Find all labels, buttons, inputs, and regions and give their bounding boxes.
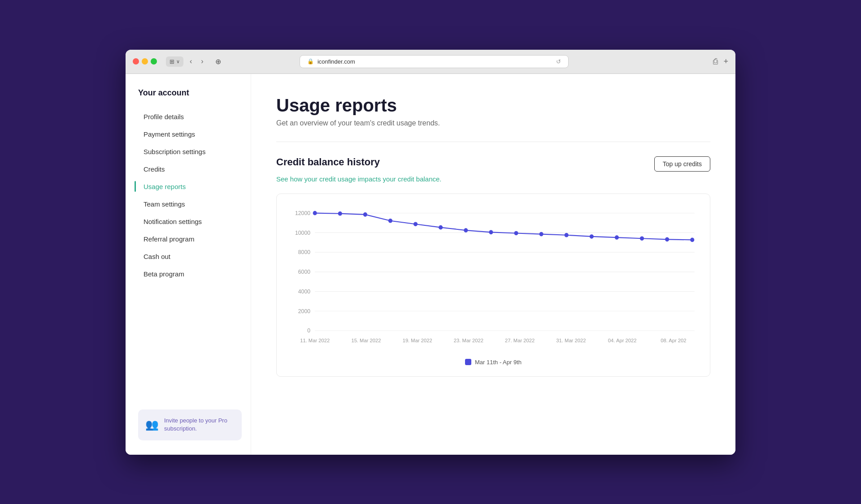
browser-chrome: ⊞ ∨ ‹ › ⊕ 🔒 iconfinder.com ↺ ⎙ + xyxy=(126,50,735,74)
address-bar[interactable]: 🔒 iconfinder.com ↺ xyxy=(300,55,569,68)
nav-item-subscription: Subscription settings xyxy=(138,143,242,160)
nav-link-credits[interactable]: Credits xyxy=(138,161,242,177)
nav-list: Profile details Payment settings Subscri… xyxy=(138,108,242,399)
forward-button[interactable]: › xyxy=(198,56,206,66)
url-text: iconfinder.com xyxy=(317,58,355,65)
nav-item-cash-out: Cash out xyxy=(138,248,242,265)
back-button[interactable]: ‹ xyxy=(187,56,195,66)
svg-point-27 xyxy=(640,236,644,240)
chart-area: 12000 10000 8000 6000 4000 2000 0 xyxy=(287,208,699,352)
svg-text:31. Mar 2022: 31. Mar 2022 xyxy=(556,337,586,343)
browser-actions: ⎙ + xyxy=(713,57,728,66)
nav-link-team[interactable]: Team settings xyxy=(138,196,242,212)
svg-point-19 xyxy=(439,225,443,229)
nav-link-notifications[interactable]: Notification settings xyxy=(138,213,242,230)
legend-label: Mar 11th - Apr 9th xyxy=(475,359,522,366)
chart-legend: Mar 11th - Apr 9th xyxy=(287,359,699,366)
page-title: Usage reports xyxy=(276,95,710,116)
invite-icon: 👥 xyxy=(145,418,159,431)
svg-text:12000: 12000 xyxy=(295,210,310,216)
svg-point-24 xyxy=(565,233,568,237)
sidebar: Your account Profile details Payment set… xyxy=(126,74,251,455)
invite-card[interactable]: 👥 Invite people to your Pro subscription… xyxy=(138,409,242,440)
svg-point-16 xyxy=(363,212,367,216)
svg-text:11. Mar 2022: 11. Mar 2022 xyxy=(300,337,330,343)
svg-point-28 xyxy=(665,237,669,241)
svg-text:19. Mar 2022: 19. Mar 2022 xyxy=(403,337,432,343)
chart-svg: 12000 10000 8000 6000 4000 2000 0 xyxy=(287,208,699,352)
svg-text:27. Mar 2022: 27. Mar 2022 xyxy=(505,337,535,343)
svg-text:04. Apr 2022: 04. Apr 2022 xyxy=(608,337,637,343)
invite-text: Invite people to your Pro subscription. xyxy=(164,417,235,433)
maximize-button[interactable] xyxy=(151,58,157,65)
add-tab-button[interactable]: + xyxy=(723,57,728,66)
section-header: Credit balance history Top up credits xyxy=(276,156,710,172)
svg-point-25 xyxy=(590,234,593,238)
browser-controls: ⊞ ∨ ‹ › xyxy=(166,56,206,67)
svg-point-18 xyxy=(414,222,417,226)
svg-text:4000: 4000 xyxy=(298,288,310,294)
svg-text:23. Mar 2022: 23. Mar 2022 xyxy=(454,337,483,343)
nav-item-credits: Credits xyxy=(138,161,242,177)
svg-point-21 xyxy=(489,230,493,234)
svg-text:15. Mar 2022: 15. Mar 2022 xyxy=(351,337,381,343)
svg-point-23 xyxy=(539,232,543,236)
sidebar-title: Your account xyxy=(138,88,242,98)
svg-text:6000: 6000 xyxy=(298,268,310,275)
nav-item-profile: Profile details xyxy=(138,108,242,125)
svg-point-26 xyxy=(615,235,618,239)
svg-point-29 xyxy=(691,238,694,242)
nav-item-notifications: Notification settings xyxy=(138,213,242,230)
svg-point-22 xyxy=(514,231,518,235)
divider xyxy=(276,142,710,142)
nav-item-usage-reports: Usage reports xyxy=(138,178,242,195)
svg-text:0: 0 xyxy=(307,327,310,334)
lock-icon: 🔒 xyxy=(307,58,314,65)
page-content: Usage reports Get an overview of your te… xyxy=(251,74,735,455)
nav-link-beta[interactable]: Beta program xyxy=(138,266,242,282)
svg-text:2000: 2000 xyxy=(298,308,310,314)
nav-link-subscription[interactable]: Subscription settings xyxy=(138,143,242,160)
main-content: Your account Profile details Payment set… xyxy=(126,74,735,455)
nav-link-cash-out[interactable]: Cash out xyxy=(138,248,242,265)
nav-item-beta: Beta program xyxy=(138,266,242,282)
credit-section-desc: See how your credit usage impacts your c… xyxy=(276,175,710,183)
top-up-button[interactable]: Top up credits xyxy=(654,156,710,172)
browser-window: ⊞ ∨ ‹ › ⊕ 🔒 iconfinder.com ↺ ⎙ + Your ac… xyxy=(126,50,735,455)
page-subtitle: Get an overview of your team's credit us… xyxy=(276,119,710,127)
svg-text:10000: 10000 xyxy=(295,229,310,236)
svg-point-15 xyxy=(338,211,342,215)
nav-link-referral[interactable]: Referral program xyxy=(138,231,242,247)
credit-section-title: Credit balance history xyxy=(276,156,380,168)
nav-item-team: Team settings xyxy=(138,196,242,212)
svg-point-17 xyxy=(388,219,392,223)
traffic-lights xyxy=(133,58,157,65)
legend-color xyxy=(465,359,471,365)
svg-text:08. Apr 202: 08. Apr 202 xyxy=(661,337,686,343)
reload-icon[interactable]: ↺ xyxy=(556,58,561,65)
close-button[interactable] xyxy=(133,58,139,65)
nav-item-payment: Payment settings xyxy=(138,126,242,142)
nav-link-usage-reports[interactable]: Usage reports xyxy=(138,178,242,195)
chart-container: 12000 10000 8000 6000 4000 2000 0 xyxy=(276,194,710,377)
nav-link-profile[interactable]: Profile details xyxy=(138,108,242,125)
svg-text:8000: 8000 xyxy=(298,249,310,255)
nav-link-payment[interactable]: Payment settings xyxy=(138,126,242,142)
svg-point-20 xyxy=(464,228,468,232)
nav-item-referral: Referral program xyxy=(138,231,242,247)
minimize-button[interactable] xyxy=(142,58,148,65)
svg-point-14 xyxy=(313,211,317,215)
share-button[interactable]: ⎙ xyxy=(713,57,718,66)
